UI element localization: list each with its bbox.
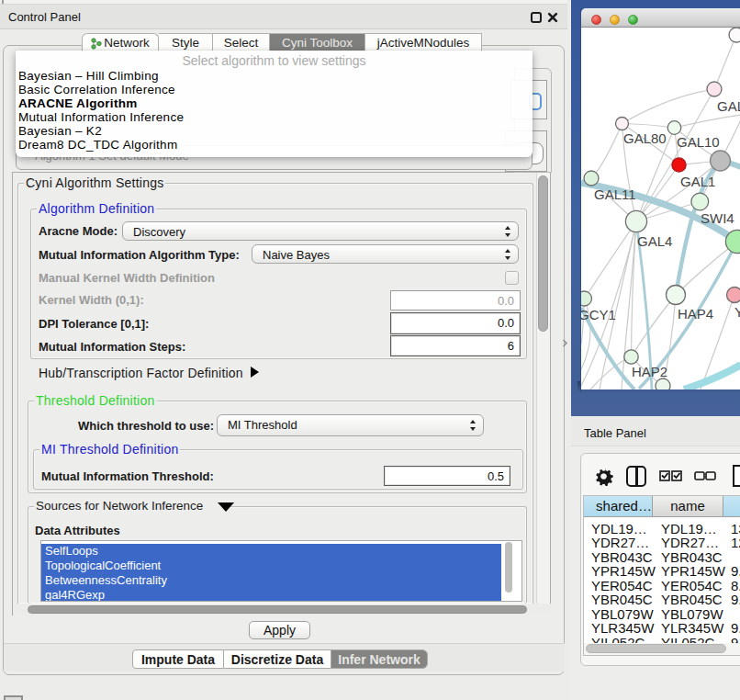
svg-text:GCY1: GCY1	[581, 307, 616, 322]
svg-text:HAP4: HAP4	[678, 306, 713, 322]
svg-text:SWI4: SWI4	[701, 210, 734, 226]
svg-text:GAL4: GAL4	[637, 233, 672, 249]
svg-text:GAL11: GAL11	[594, 186, 636, 202]
svg-text:GAL1: GAL1	[680, 174, 715, 189]
svg-text:GAL10: GAL10	[677, 134, 720, 150]
svg-text:YJ: YJ	[734, 304, 740, 320]
svg-text:GAL2: GAL2	[717, 98, 740, 114]
svg-text:HAP2: HAP2	[632, 364, 667, 379]
svg-text:GAL80: GAL80	[623, 130, 667, 146]
